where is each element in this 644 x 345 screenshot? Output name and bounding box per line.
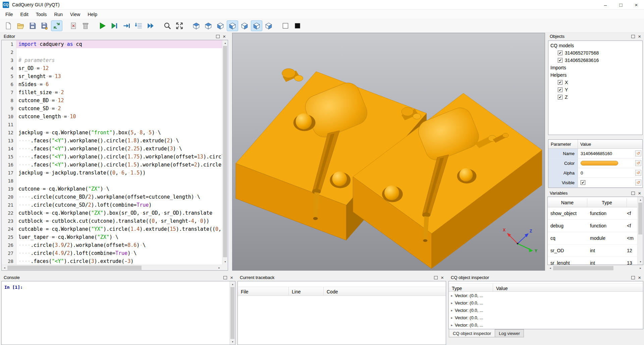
reset-button[interactable]: ↺ bbox=[635, 170, 641, 176]
property-value-visible[interactable]: ✔ bbox=[578, 180, 635, 185]
variable-row-sr-lenght[interactable]: sr_lenghtint13 bbox=[548, 257, 643, 265]
code-line-13[interactable]: 13····.faces("<Y").workplane().circle(1.… bbox=[2, 137, 222, 145]
editor-vertical-scrollbar[interactable]: ▴ ▾ bbox=[222, 40, 228, 265]
scrollbar-thumb[interactable] bbox=[7, 266, 142, 270]
checkbox[interactable]: ✔ bbox=[558, 95, 562, 99]
code-editor[interactable]: 1import·cadquery·as·cq23# parameters4sr_… bbox=[1, 40, 228, 271]
code-line-2[interactable]: 2 bbox=[2, 48, 222, 56]
column-header-parameter[interactable]: Parameter bbox=[548, 140, 578, 148]
tab-log-viewer[interactable]: Log viewer bbox=[495, 329, 524, 337]
minimize-button[interactable]: – bbox=[598, 0, 613, 9]
code-line-20[interactable]: 20····.circle(cutcone_BD/2).workplane(of… bbox=[2, 193, 222, 201]
column-header-type[interactable]: Type bbox=[449, 284, 493, 291]
scroll-down-icon[interactable]: ▾ bbox=[638, 259, 643, 265]
variable-row-show-object[interactable]: show_objectfunction<f bbox=[548, 207, 643, 220]
expand-icon[interactable]: ▸ bbox=[449, 316, 455, 320]
continue-button[interactable] bbox=[145, 20, 156, 31]
close-panel-icon[interactable]: × bbox=[638, 275, 641, 280]
editor-horizontal-scrollbar[interactable]: ◂ ▸ bbox=[2, 265, 222, 270]
code-line-26[interactable]: 26····.circle(3.9/2).workplane(offset=8.… bbox=[2, 241, 222, 249]
reset-button[interactable]: ↺ bbox=[635, 150, 641, 156]
tree-item-3140652683616[interactable]: ✔3140652683616 bbox=[548, 57, 642, 64]
expand-icon[interactable]: ▸ bbox=[449, 301, 455, 305]
checkbox[interactable]: ✔ bbox=[558, 58, 562, 63]
code-line-19[interactable]: 19cutcone·=·cq.Workplane("ZX")·\ bbox=[2, 185, 222, 193]
maximize-button[interactable]: □ bbox=[613, 0, 629, 9]
wireframe-button[interactable] bbox=[280, 20, 291, 31]
menu-run[interactable]: Run bbox=[50, 10, 66, 18]
column-header-value[interactable]: Value bbox=[578, 140, 593, 148]
column-header-value[interactable]: Value bbox=[493, 284, 643, 291]
checkbox[interactable]: ✔ bbox=[558, 87, 562, 92]
scroll-up-icon[interactable]: ▴ bbox=[230, 281, 235, 287]
code-line-6[interactable]: 6nSides·=·6 bbox=[2, 80, 222, 88]
scroll-left-icon[interactable]: ◂ bbox=[2, 265, 7, 271]
code-area[interactable]: 1import·cadquery·as·cq23# parameters4sr_… bbox=[2, 40, 222, 265]
tree-item-y[interactable]: ✔Y bbox=[548, 86, 642, 93]
code-line-9[interactable]: 9cutcone_SD·=·2 bbox=[2, 105, 222, 113]
property-value-color[interactable] bbox=[578, 161, 635, 165]
reset-button[interactable]: ↺ bbox=[635, 160, 641, 166]
tree-item-z[interactable]: ✔Z bbox=[548, 93, 642, 101]
column-header-line[interactable]: Line bbox=[289, 287, 324, 295]
front-view-button[interactable] bbox=[227, 20, 238, 31]
variables-vertical-scrollbar[interactable]: ▴ ▾ bbox=[637, 197, 643, 265]
code-line-17[interactable]: 17jackplug·=·jackplug.translate((0,·6,·1… bbox=[2, 169, 222, 177]
code-line-12[interactable]: 12jackplug·=·cq.Workplane("front").box(5… bbox=[2, 129, 222, 137]
column-header-name[interactable]: Name bbox=[548, 198, 587, 207]
close-panel-icon[interactable]: × bbox=[230, 275, 233, 280]
fit-view-button[interactable] bbox=[162, 20, 173, 31]
open-button[interactable] bbox=[15, 20, 26, 31]
code-line-8[interactable]: 8cutcone_BD·=·12 bbox=[2, 96, 222, 105]
code-line-16[interactable]: 16····.faces("<Y").workplane().circle(1.… bbox=[2, 161, 222, 169]
inspector-row-4[interactable]: ▸Vector: (0.0, ... bbox=[449, 314, 643, 321]
code-line-25[interactable]: 25luer_taper·=·cq.Workplane("ZX")·\ bbox=[2, 233, 222, 241]
tree-item-x[interactable]: ✔X bbox=[548, 79, 642, 86]
checkbox[interactable]: ✔ bbox=[558, 51, 562, 55]
code-line-5[interactable]: 5sr_lenght·=·13 bbox=[2, 72, 222, 80]
code-line-15[interactable]: 15····.faces("<Y").workplane().circle(1.… bbox=[2, 153, 222, 161]
back-view-button[interactable] bbox=[239, 20, 250, 31]
column-header-type[interactable]: Type bbox=[587, 198, 627, 207]
scroll-right-icon[interactable]: ▸ bbox=[638, 265, 643, 271]
shaded-button[interactable] bbox=[292, 20, 303, 31]
reset-button[interactable]: ↺ bbox=[635, 180, 641, 186]
save-as-button[interactable] bbox=[39, 20, 50, 31]
code-line-22[interactable]: 22cutblock·=·cq.Workplane("ZX").box(sr_O… bbox=[2, 209, 222, 217]
scroll-left-icon[interactable]: ◂ bbox=[547, 265, 553, 271]
code-line-23[interactable]: 23cutblock·=·cutblock.cut(cutcone).trans… bbox=[2, 217, 222, 225]
code-line-27[interactable]: 27····.circle(4.9/2).loft(combine=True)·… bbox=[2, 249, 222, 257]
inspector-row-3[interactable]: ▸Vector: (0.0, ... bbox=[449, 306, 643, 314]
code-line-18[interactable]: 18 bbox=[2, 177, 222, 185]
top-view-button[interactable] bbox=[203, 20, 214, 31]
console-input-area[interactable]: In [1]: ▴ ▾ bbox=[1, 281, 235, 345]
autoreload-button[interactable] bbox=[51, 20, 62, 31]
menu-file[interactable]: File bbox=[2, 10, 17, 18]
tree-item-helpers[interactable]: Helpers bbox=[548, 71, 642, 79]
menu-help[interactable]: Help bbox=[84, 10, 101, 18]
viewport-3d[interactable]: X Z Y bbox=[232, 33, 545, 270]
tree-item-3140652707568[interactable]: ✔3140652707568 bbox=[548, 49, 642, 57]
column-header-file[interactable]: File bbox=[238, 287, 289, 295]
debug-button[interactable] bbox=[109, 20, 120, 31]
checkbox[interactable]: ✔ bbox=[558, 80, 562, 85]
float-panel-icon[interactable] bbox=[434, 276, 438, 279]
code-line-28[interactable]: 28····.faces("<Y").circle(3).extrude(-3) bbox=[2, 257, 222, 265]
float-panel-icon[interactable] bbox=[631, 192, 635, 195]
scrollbar-thumb[interactable] bbox=[230, 287, 234, 339]
scroll-down-icon[interactable]: ▾ bbox=[222, 259, 228, 265]
delete-button[interactable] bbox=[80, 20, 91, 31]
code-line-14[interactable]: 14····.faces("<Y").workplane().circle(2.… bbox=[2, 145, 222, 153]
code-line-11[interactable]: 11 bbox=[2, 121, 222, 129]
variables-horizontal-scrollbar[interactable]: ◂ ▸ bbox=[547, 265, 643, 271]
close-panel-icon[interactable]: × bbox=[441, 275, 444, 280]
fit-all-button[interactable] bbox=[174, 20, 185, 31]
step-into-button[interactable] bbox=[133, 20, 144, 31]
property-value-name[interactable]: 3140646685160 bbox=[578, 151, 635, 156]
code-line-10[interactable]: 10cutcone_length·=·10 bbox=[2, 113, 222, 121]
iso-view-button[interactable] bbox=[191, 20, 202, 31]
float-panel-icon[interactable] bbox=[216, 35, 220, 38]
code-line-7[interactable]: 7fillet_size·=·2 bbox=[2, 88, 222, 96]
menu-view[interactable]: View bbox=[66, 10, 84, 18]
tree-item-cq-models[interactable]: CQ models bbox=[548, 42, 642, 49]
